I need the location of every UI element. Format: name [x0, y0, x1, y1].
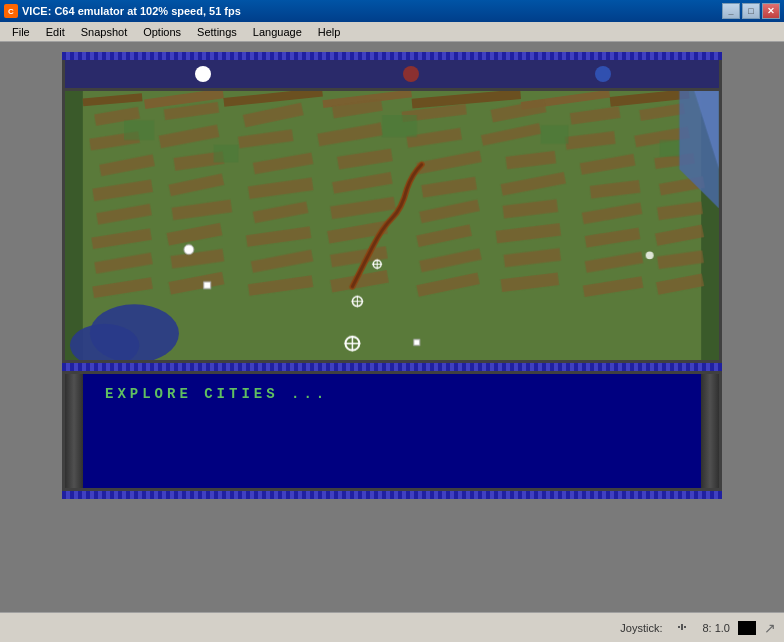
menu-edit[interactable]: Edit [38, 22, 73, 41]
arrow-icon: ↗ [764, 620, 776, 636]
svg-rect-88 [414, 339, 420, 345]
main-area: EXPLORE CITIES ... [0, 42, 784, 642]
menu-snapshot[interactable]: Snapshot [73, 22, 135, 41]
text-column-left [65, 374, 83, 488]
text-column-right [701, 374, 719, 488]
menu-language[interactable]: Language [245, 22, 310, 41]
svg-rect-99 [681, 628, 683, 630]
menu-bar: File Edit Snapshot Options Settings Lang… [0, 22, 784, 42]
game-text: EXPLORE CITIES ... [89, 382, 695, 406]
game-map [62, 88, 722, 363]
svg-point-94 [646, 251, 654, 259]
dot-brown [403, 66, 419, 82]
title-text: VICE: C64 emulator at 102% speed, 51 fps [22, 5, 241, 17]
svg-rect-81 [204, 282, 211, 289]
dot-white [195, 66, 211, 82]
info-bar [62, 60, 722, 88]
bottom-border [62, 363, 722, 371]
svg-rect-77 [660, 140, 682, 157]
svg-rect-96 [678, 626, 680, 628]
speed-info: 8: 1.0 [702, 622, 730, 634]
window-controls: _ □ ✕ [722, 3, 780, 19]
dot-blue [595, 66, 611, 82]
svg-rect-97 [681, 624, 683, 626]
menu-settings[interactable]: Settings [189, 22, 245, 41]
maximize-button[interactable]: □ [742, 3, 760, 19]
title-bar: C VICE: C64 emulator at 102% speed, 51 f… [0, 0, 784, 22]
map-canvas [65, 91, 719, 360]
svg-rect-75 [382, 115, 417, 137]
close-button[interactable]: ✕ [762, 3, 780, 19]
top-border [62, 52, 722, 60]
svg-rect-74 [214, 145, 239, 163]
menu-file[interactable]: File [4, 22, 38, 41]
joystick-label: Joystick: [620, 622, 662, 634]
svg-rect-100 [681, 626, 683, 628]
game-text-area: EXPLORE CITIES ... [62, 371, 722, 491]
joystick-icon [670, 620, 694, 636]
app-icon: C [4, 4, 18, 18]
svg-rect-73 [124, 120, 154, 140]
status-bar: Joystick: 8: 1.0 ↗ [0, 612, 784, 642]
svg-rect-98 [684, 626, 686, 628]
svg-rect-76 [541, 125, 569, 144]
menu-help[interactable]: Help [310, 22, 349, 41]
title-bar-text: C VICE: C64 emulator at 102% speed, 51 f… [4, 4, 241, 18]
menu-options[interactable]: Options [135, 22, 189, 41]
minimize-button[interactable]: _ [722, 3, 740, 19]
svg-point-80 [184, 245, 194, 255]
black-square [738, 621, 756, 635]
map-svg [65, 91, 719, 360]
footer-border [62, 491, 722, 499]
